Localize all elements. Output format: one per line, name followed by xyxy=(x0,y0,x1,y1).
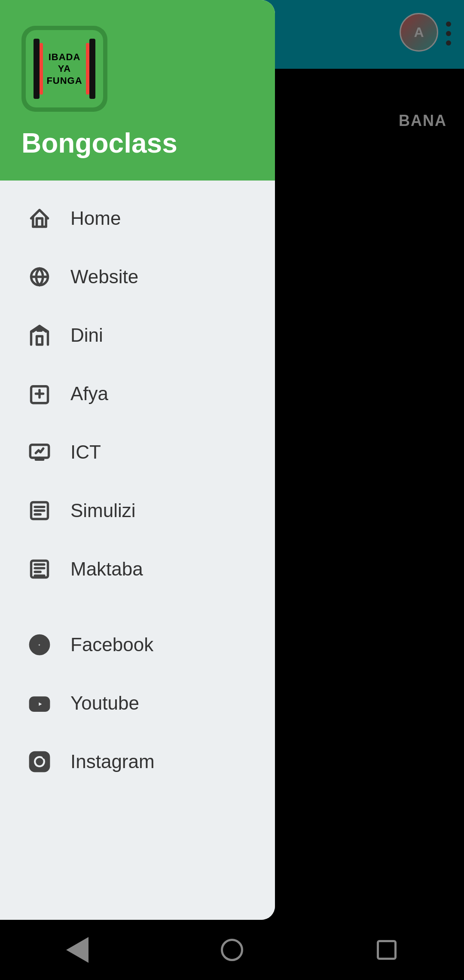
sidebar-item-youtube[interactable]: Youtube xyxy=(0,674,275,732)
sidebar-item-facebook[interactable]: Facebook xyxy=(0,616,275,674)
sidebar-item-instagram-label: Instagram xyxy=(70,751,155,772)
divider xyxy=(0,598,275,616)
sidebar-item-afya[interactable]: Afya xyxy=(0,364,275,423)
back-button[interactable] xyxy=(60,933,95,967)
ict-icon xyxy=(26,438,53,466)
sidebar-item-dini[interactable]: Dini xyxy=(0,306,275,364)
sidebar-item-instagram[interactable]: Instagram xyxy=(0,732,275,791)
sidebar-item-dini-label: Dini xyxy=(70,325,103,346)
instagram-icon xyxy=(26,748,53,775)
recents-icon xyxy=(377,940,397,960)
home-icon xyxy=(26,205,53,232)
recents-button[interactable] xyxy=(369,933,404,967)
simulizi-icon xyxy=(26,497,53,524)
home-button[interactable] xyxy=(215,933,249,967)
drawer-body: Home Website xyxy=(0,181,275,920)
app-name: Bongoclass xyxy=(21,127,253,159)
bottom-navigation xyxy=(0,920,464,980)
sidebar-item-home[interactable]: Home xyxy=(0,189,275,248)
sidebar-item-afya-label: Afya xyxy=(70,383,108,404)
sidebar-item-ict-label: ICT xyxy=(70,441,101,463)
home-nav-icon xyxy=(221,939,243,961)
sidebar-item-ict[interactable]: ICT xyxy=(0,423,275,481)
dini-icon xyxy=(26,322,53,349)
maktaba-icon xyxy=(26,555,53,583)
sidebar-item-youtube-label: Youtube xyxy=(70,692,139,714)
sidebar-item-maktaba-label: Maktaba xyxy=(70,558,143,580)
sidebar-item-simulizi-label: Simulizi xyxy=(70,500,136,521)
sidebar-item-simulizi[interactable]: Simulizi xyxy=(0,481,275,540)
facebook-icon xyxy=(26,631,53,658)
back-icon xyxy=(66,937,89,963)
drawer-header: IBADA YA FUNGA Bongoclass xyxy=(0,0,275,181)
website-icon xyxy=(26,263,53,291)
svg-point-21 xyxy=(43,755,46,757)
app-logo: IBADA YA FUNGA xyxy=(21,26,107,112)
sidebar-item-website-label: Website xyxy=(70,266,138,288)
svg-rect-2 xyxy=(37,336,43,345)
youtube-icon xyxy=(26,689,53,717)
afya-icon xyxy=(26,380,53,407)
sidebar-item-facebook-label: Facebook xyxy=(70,634,153,655)
sidebar-item-maktaba[interactable]: Maktaba xyxy=(0,540,275,598)
sidebar-item-website[interactable]: Website xyxy=(0,248,275,306)
navigation-drawer: IBADA YA FUNGA Bongoclass Home xyxy=(0,0,275,920)
sidebar-item-home-label: Home xyxy=(70,208,121,229)
